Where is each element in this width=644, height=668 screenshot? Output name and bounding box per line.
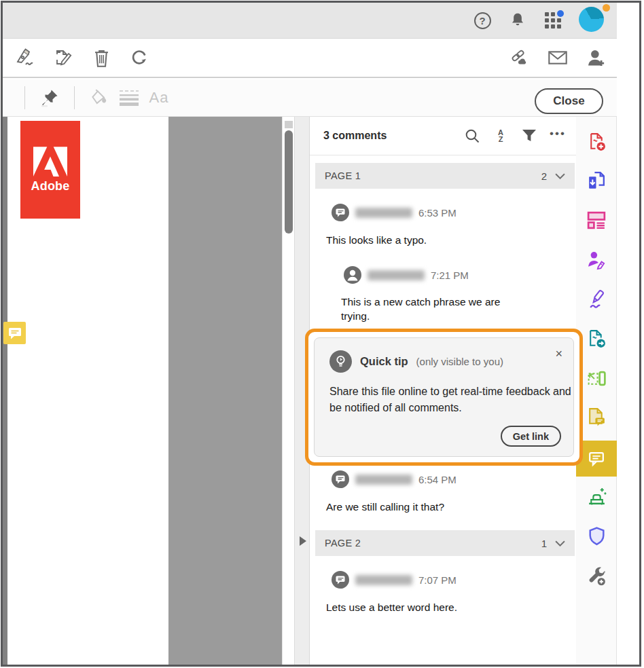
comment-author-row[interactable]: 6:53 PM [332, 204, 457, 221]
reply-author-row[interactable]: 7:21 PM [344, 266, 469, 284]
signature-pen-icon [15, 48, 35, 67]
presence-dot [603, 4, 610, 12]
adobe-logo-icon [33, 147, 67, 177]
add-reviewer-button[interactable] [586, 48, 606, 68]
comments-panel-header: 3 comments A Z [310, 117, 576, 155]
document-scrollbar[interactable] [282, 117, 294, 665]
adobe-wordmark: Adobe [31, 179, 70, 193]
adobe-logo-tile: Adobe [20, 121, 80, 219]
comment-bubble-avatar-icon [332, 571, 349, 589]
share-link-button[interactable] [509, 48, 530, 68]
comment-text[interactable]: Are we still calling it that? [326, 500, 444, 514]
document-canvas-edge [3, 117, 7, 665]
fill-color-button[interactable] [84, 84, 114, 111]
redacted-author-name [355, 208, 412, 218]
comments-options-button[interactable]: ••• [549, 127, 567, 145]
redacted-author-name [355, 475, 412, 485]
reply-text[interactable]: This is a new catch phrase we are trying… [341, 295, 512, 323]
sidebar-tool-print-production[interactable] [576, 481, 617, 511]
export-pdf-icon [586, 170, 607, 191]
quick-tip-body: Share this file online to get real-time … [329, 384, 582, 416]
comment-timestamp: 6:54 PM [418, 474, 457, 485]
redacted-author-name [355, 575, 412, 585]
comment-format-toolbar: Aa Close [3, 79, 617, 117]
signature-pen-button[interactable] [15, 48, 35, 68]
quick-tip-callout: Quick tip (only visible to you) × Share … [305, 329, 583, 466]
comment-timestamp: 7:21 PM [431, 270, 469, 281]
redo-icon [130, 48, 149, 67]
app-grid-icon [544, 12, 562, 29]
sort-comments-button[interactable]: A Z [492, 127, 509, 145]
comments-count-title: 3 comments [323, 130, 387, 142]
comment-text[interactable]: Lets use a better word here. [326, 600, 457, 614]
quick-tip-title: Quick tip [360, 355, 408, 368]
search-comments-button[interactable] [463, 127, 481, 145]
close-button[interactable]: Close [535, 88, 603, 114]
notifications-button[interactable] [508, 11, 527, 30]
crop-pages-icon [586, 368, 607, 389]
pushpin-icon [39, 88, 60, 108]
avatar [579, 7, 604, 32]
note-bubble-icon [7, 327, 22, 340]
divider [24, 86, 25, 109]
divider [74, 86, 75, 109]
sticky-note-annotation[interactable] [3, 322, 26, 344]
sidebar-tool-request-signatures[interactable] [576, 244, 617, 274]
comment-author-row[interactable]: 6:54 PM [332, 470, 457, 488]
email-button[interactable] [548, 48, 568, 68]
send-for-review-icon [586, 329, 607, 350]
filter-comments-button[interactable] [520, 127, 538, 145]
fill-color-icon [88, 88, 110, 108]
search-icon [464, 128, 480, 144]
text-style-button[interactable]: Aa [144, 84, 174, 111]
sidebar-tool-protect[interactable] [576, 521, 617, 551]
document-content-region [168, 117, 282, 665]
redo-button[interactable] [129, 48, 149, 68]
chevron-down-icon [555, 173, 565, 179]
get-link-button[interactable]: Get link [501, 426, 561, 447]
app-window: ? [1, 1, 641, 667]
sidebar-tool-fill-and-sign[interactable] [576, 284, 617, 314]
create-pdf-icon [586, 132, 607, 153]
chevron-down-icon [555, 540, 565, 546]
quick-tip-header: Quick tip (only visible to you) [329, 350, 560, 373]
line-weight-button[interactable] [114, 84, 144, 111]
quick-actions-toolbar [3, 39, 617, 78]
redacted-author-name [368, 270, 425, 280]
page-section-label: PAGE 1 [325, 170, 361, 181]
person-avatar-icon [344, 266, 361, 284]
sidebar-tool-more-tools[interactable] [576, 561, 617, 591]
comment-timestamp: 6:53 PM [418, 207, 457, 219]
delete-button[interactable] [91, 48, 111, 68]
comment-text[interactable]: This looks like a typo. [326, 233, 427, 247]
comment-bubble-avatar-icon [332, 470, 349, 488]
scrollbar-top-cap [285, 121, 293, 128]
edit-layout-icon [586, 210, 607, 231]
help-icon: ? [474, 12, 491, 29]
window-right-margin [617, 117, 639, 665]
expand-panel-arrow-icon[interactable] [300, 536, 306, 546]
quick-tip-card: Quick tip (only visible to you) × Share … [314, 337, 574, 457]
account-avatar-button[interactable] [579, 7, 606, 34]
help-button[interactable]: ? [473, 11, 492, 30]
sidebar-tool-export-pdf[interactable] [576, 166, 617, 196]
shield-icon [586, 526, 607, 547]
page-section-count: 1 [541, 538, 547, 549]
screenshot: ? [0, 0, 644, 668]
sidebar-tool-edit-layout[interactable] [576, 205, 617, 235]
page-comments-icon [586, 407, 607, 428]
edit-page-icon [53, 48, 73, 68]
comment-author-row[interactable]: 7:07 PM [332, 571, 457, 589]
close-icon[interactable]: × [555, 348, 562, 360]
sort-az-icon: Z [499, 136, 503, 143]
page-1-section-header[interactable]: PAGE 1 2 [315, 163, 575, 189]
keep-tool-selected-button[interactable] [35, 84, 65, 111]
page-section-count: 2 [541, 170, 547, 182]
scrollbar-thumb[interactable] [285, 130, 293, 234]
page-2-section-header[interactable]: PAGE 2 1 [315, 530, 575, 556]
launcher-notification-dot [557, 10, 564, 17]
email-icon [548, 50, 568, 66]
edit-document-button[interactable] [53, 48, 73, 68]
sidebar-tool-create-pdf[interactable] [576, 127, 617, 157]
app-launcher-button[interactable] [543, 11, 562, 30]
